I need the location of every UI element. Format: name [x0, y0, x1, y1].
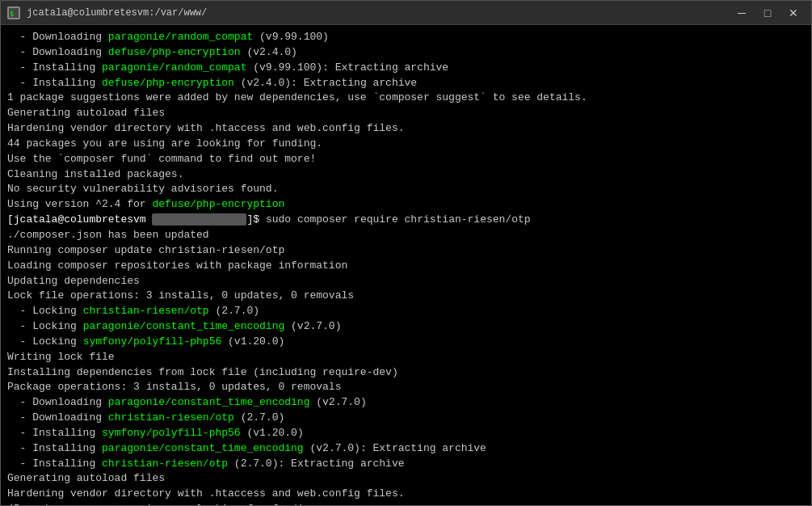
svg-text:$: $	[10, 10, 14, 18]
titlebar: $ jcatala@columbretesvm:/var/www/ ─ □ ✕	[1, 1, 811, 25]
terminal-body[interactable]: - Downloading paragonie/random_compat (v…	[1, 25, 811, 505]
terminal-line: Lock file operations: 3 installs, 0 upda…	[7, 289, 805, 304]
terminal-line: - Locking paragonie/constant_time_encodi…	[7, 319, 805, 335]
terminal-line: 44 packages you are using are looking fo…	[7, 137, 805, 152]
terminal-line: - Locking symfony/polyfill-php56 (v1.20.…	[7, 335, 805, 350]
window-controls[interactable]: ─ □ ✕	[730, 4, 805, 22]
terminal-window: $ jcatala@columbretesvm:/var/www/ ─ □ ✕ …	[0, 0, 812, 506]
terminal-line: - Installing paragonie/random_compat (v9…	[7, 61, 805, 76]
terminal-line: - Installing symfony/polyfill-php56 (v1.…	[7, 426, 805, 441]
terminal-line: Loading composer repositories with packa…	[7, 259, 805, 274]
terminal-line: - Downloading paragonie/constant_time_en…	[7, 395, 805, 411]
terminal-line: - Installing christian-riesen/otp (2.7.0…	[7, 457, 805, 472]
terminal-line: Writing lock file	[7, 350, 805, 365]
terminal-line: - Installing defuse/php-encryption (v2.4…	[7, 76, 805, 91]
terminal-line: Cleaning installed packages.	[7, 167, 805, 183]
window-title: jcatala@columbretesvm:/var/www/	[27, 7, 207, 19]
terminal-line: - Locking christian-riesen/otp (2.7.0)	[7, 304, 805, 319]
terminal-line: Using version ^2.4 for defuse/php-encryp…	[7, 197, 805, 213]
terminal-line: - Installing paragonie/constant_time_enc…	[7, 441, 805, 457]
maximize-button[interactable]: □	[756, 4, 779, 22]
terminal-line: No security vulnerability advisories fou…	[7, 182, 805, 197]
terminal-line: - Downloading paragonie/random_compat (v…	[7, 30, 805, 45]
minimize-button[interactable]: ─	[730, 4, 753, 22]
terminal-line: Installing dependencies from lock file (…	[7, 365, 805, 381]
terminal-line: 1 package suggestions were added by new …	[7, 91, 805, 106]
terminal-line: Generating autoload files	[7, 471, 805, 487]
terminal-line: Hardening vendor directory with .htacces…	[7, 487, 805, 502]
titlebar-left: $ jcatala@columbretesvm:/var/www/	[7, 6, 207, 19]
terminal-line: Running composer update christian-riesen…	[7, 243, 805, 259]
terminal-line: - Downloading christian-riesen/otp (2.7.…	[7, 411, 805, 426]
terminal-line: 45 packages you are using are looking fo…	[7, 502, 805, 505]
terminal-line: Package operations: 3 installs, 0 update…	[7, 380, 805, 395]
close-button[interactable]: ✕	[782, 4, 805, 22]
terminal-line: Generating autoload files	[7, 106, 805, 121]
terminal-line: - Downloading defuse/php-encryption (v2.…	[7, 45, 805, 61]
terminal-line: Hardening vendor directory with .htacces…	[7, 121, 805, 137]
terminal-line: Updating dependencies	[7, 274, 805, 289]
terminal-line: ./composer.json has been updated	[7, 228, 805, 243]
app-icon: $	[7, 6, 20, 19]
terminal-line: Use the `composer fund` command to find …	[7, 152, 805, 167]
terminal-prompt-line: [jcatala@columbretesvm ]$ sudo composer …	[7, 213, 805, 228]
